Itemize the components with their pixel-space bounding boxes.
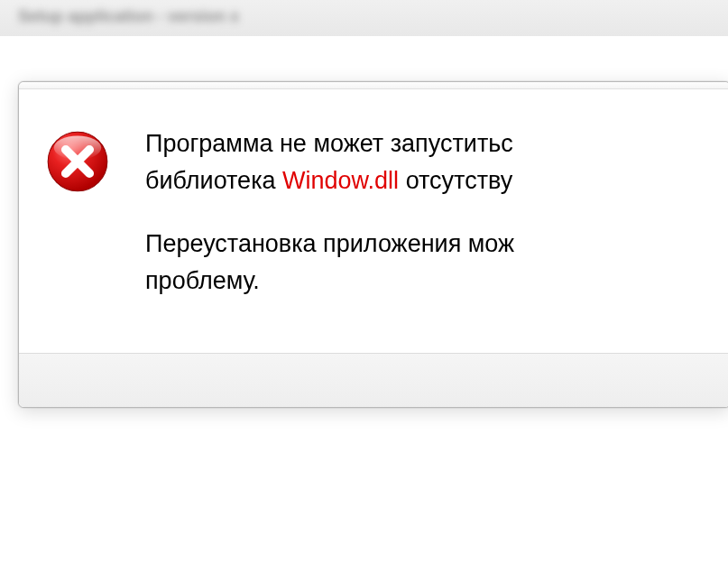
message-text-4: проблему. bbox=[145, 267, 260, 294]
message-highlight-dll: Window.dll bbox=[282, 167, 399, 194]
background-title-text: Setup application - version x bbox=[18, 7, 239, 25]
dialog-titlebar bbox=[19, 82, 728, 89]
dialog-footer bbox=[19, 353, 728, 407]
message-line-3: Переустановка приложения мож bbox=[145, 226, 721, 263]
message-text-2-prefix: библиотека bbox=[145, 167, 282, 194]
message-text-1: Программа не может запуститьс bbox=[145, 130, 513, 157]
background-titlebar: Setup application - version x bbox=[0, 0, 728, 36]
error-dialog: Программа не может запуститьс библиотека… bbox=[18, 81, 728, 408]
message-text-3: Переустановка приложения мож bbox=[145, 230, 514, 257]
message-line-2: библиотека Window.dll отсутству bbox=[145, 162, 721, 199]
error-icon bbox=[46, 130, 109, 193]
message-text-2-suffix: отсутству bbox=[399, 167, 512, 194]
error-icon-svg bbox=[46, 130, 109, 193]
message-line-1: Программа не может запуститьс bbox=[145, 125, 721, 162]
error-message: Программа не может запуститьс библиотека… bbox=[145, 125, 721, 299]
dialog-body: Программа не может запуститьс библиотека… bbox=[19, 89, 728, 353]
message-line-4: проблему. bbox=[145, 263, 721, 300]
background-content bbox=[0, 36, 728, 72]
